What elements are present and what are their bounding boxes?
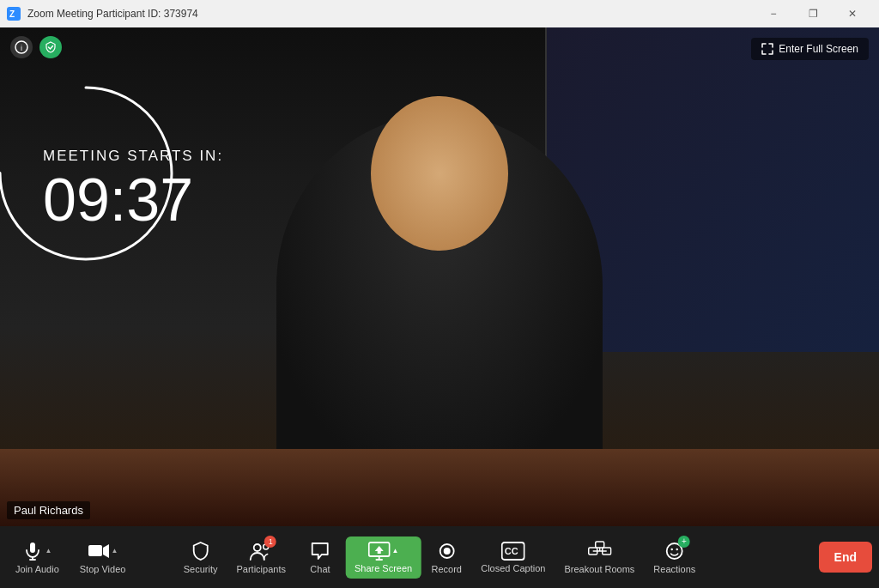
name-tag: Paul Richards	[7, 501, 90, 519]
stop-video-button[interactable]: ▲ Stop Video	[71, 536, 135, 579]
reactions-button[interactable]: + Reactions	[645, 536, 704, 579]
breakout-rooms-label: Breakout Rooms	[564, 564, 634, 574]
toolbar-center: Security 1 Participants	[175, 536, 705, 579]
svg-point-27	[676, 548, 678, 549]
stop-video-label: Stop Video	[80, 564, 126, 574]
share-screen-chevron[interactable]: ▲	[392, 547, 399, 555]
security-label: Security	[184, 564, 218, 574]
chat-button[interactable]: Chat	[296, 536, 344, 579]
secure-icon	[39, 36, 62, 58]
svg-rect-22	[595, 542, 603, 548]
chat-icon	[310, 541, 330, 561]
head-sim	[371, 96, 508, 251]
microphone-icon	[22, 541, 43, 561]
svg-rect-8	[88, 545, 102, 556]
title-bar-left: Z Zoom Meeting Participant ID: 373974	[7, 7, 198, 21]
toolbar-left: ▲ Join Audio ▲ Stop Video	[7, 536, 134, 579]
record-label: Record	[431, 564, 461, 574]
record-icon-area	[436, 541, 457, 561]
shield-icon	[191, 541, 211, 561]
closed-caption-label: Closed Caption	[481, 563, 545, 573]
share-screen-icon-area: ▲	[368, 542, 399, 561]
svg-text:CC: CC	[505, 546, 518, 556]
video-area: i MEETING STARTS IN: 09:37 Enter Full Sc…	[0, 27, 879, 526]
share-screen-button[interactable]: ▲ Share Screen	[346, 536, 421, 579]
fullscreen-label: Enter Full Screen	[779, 43, 858, 55]
svg-text:Z: Z	[9, 9, 15, 19]
status-icons: i	[10, 36, 62, 58]
close-button[interactable]: ✕	[833, 0, 872, 27]
end-button[interactable]: End	[819, 542, 872, 573]
toolbar: ▲ Join Audio ▲ Stop Video Se	[0, 526, 879, 588]
closed-caption-icon: CC	[501, 542, 525, 561]
join-audio-label: Join Audio	[15, 564, 59, 574]
svg-rect-5	[30, 543, 35, 553]
breakout-rooms-icon	[587, 541, 611, 561]
toolbar-right: End	[819, 542, 872, 573]
svg-text:i: i	[21, 44, 22, 52]
record-icon	[436, 541, 457, 561]
stop-video-icon-area: ▲	[88, 541, 118, 561]
join-audio-icon-area: ▲	[22, 541, 52, 561]
participants-badge: 1	[264, 536, 276, 548]
info-icon[interactable]: i	[10, 36, 33, 58]
participants-icon-area: 1	[249, 541, 273, 561]
chat-icon-area	[310, 541, 330, 561]
reactions-add-badge: +	[678, 536, 690, 548]
svg-marker-15	[375, 546, 384, 554]
join-audio-chevron[interactable]: ▲	[45, 547, 52, 555]
share-screen-label: Share Screen	[355, 563, 412, 573]
share-screen-icon	[368, 542, 391, 561]
security-icon-area	[191, 541, 211, 561]
closed-caption-button[interactable]: CC Closed Caption	[472, 536, 554, 579]
countdown-timer: 09:37	[43, 170, 223, 230]
record-button[interactable]: Record	[422, 536, 470, 579]
video-camera-icon	[88, 541, 110, 561]
closed-caption-icon-area: CC	[501, 542, 525, 561]
minimize-button[interactable]: −	[754, 0, 793, 27]
fullscreen-button[interactable]: Enter Full Screen	[751, 38, 869, 60]
window-title: Zoom Meeting Participant ID: 373974	[27, 8, 198, 20]
chat-label: Chat	[310, 564, 330, 574]
svg-point-17	[443, 548, 450, 555]
title-bar: Z Zoom Meeting Participant ID: 373974 − …	[0, 0, 879, 27]
join-audio-button[interactable]: ▲ Join Audio	[7, 536, 68, 579]
breakout-rooms-icon-area	[587, 541, 611, 561]
participants-label: Participants	[236, 564, 285, 574]
meeting-starts-label: MEETING STARTS IN:	[43, 148, 223, 165]
reactions-label: Reactions	[653, 564, 695, 574]
breakout-rooms-button[interactable]: Breakout Rooms	[555, 536, 643, 579]
table	[0, 449, 879, 526]
reactions-icon-area: +	[664, 541, 685, 561]
svg-point-26	[671, 548, 673, 549]
participants-button[interactable]: 1 Participants	[227, 536, 294, 579]
clock-overlay: MEETING STARTS IN: 09:37	[34, 96, 223, 230]
svg-point-10	[254, 544, 261, 551]
window-controls: − ❐ ✕	[754, 0, 872, 27]
fullscreen-icon	[761, 43, 773, 55]
stop-video-chevron[interactable]: ▲	[112, 547, 118, 555]
zoom-logo-icon: Z	[7, 7, 21, 21]
security-button[interactable]: Security	[175, 536, 227, 579]
maximize-button[interactable]: ❐	[793, 0, 833, 27]
svg-marker-9	[103, 544, 109, 558]
